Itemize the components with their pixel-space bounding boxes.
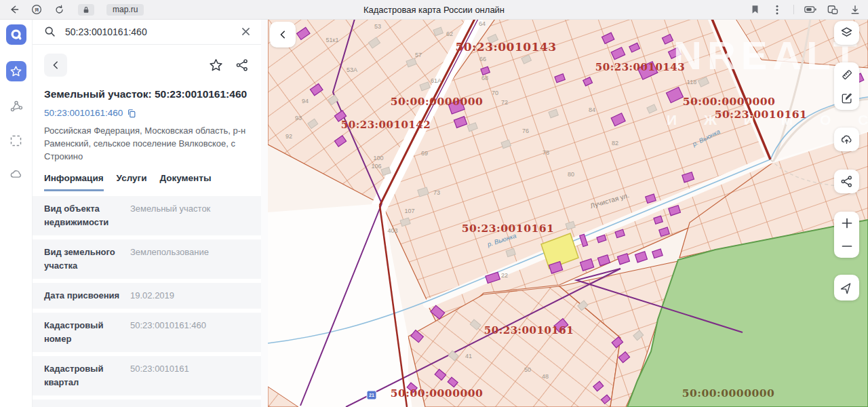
kvartal-label: 50:23:0010143 <box>595 61 685 73</box>
object-address: Российская Федерация, Московская область… <box>44 124 249 163</box>
table-row: Вид объекта недвижимостиЗемельный участо… <box>32 196 261 235</box>
parcel-number: 53А <box>347 66 357 73</box>
clear-search-icon[interactable] <box>241 27 250 36</box>
search-bar <box>32 19 261 45</box>
edit-tools-control <box>834 62 859 110</box>
favorite-object-button[interactable] <box>209 58 223 73</box>
parcel-number: 93 <box>295 115 302 121</box>
parcel-number: 64 <box>479 20 486 27</box>
kvartal-label: 50:23:0010161 <box>484 324 574 336</box>
area-select-icon[interactable] <box>7 132 25 149</box>
address-bar[interactable]: map.ru <box>106 4 144 16</box>
parcel-number: 100 <box>373 155 383 161</box>
kvartal-label: 50:23:0010161 <box>462 222 555 235</box>
parcel-number: 76 <box>522 128 529 134</box>
search-icon <box>44 26 56 37</box>
parcel-number: 118 <box>687 79 696 85</box>
table-row: Кадастровый номер50:23:0010161:460 <box>32 313 261 352</box>
my-location-button[interactable] <box>834 275 859 301</box>
menu-kebab-icon[interactable] <box>771 3 783 16</box>
copy-icon[interactable] <box>127 109 136 118</box>
share-control <box>834 170 859 193</box>
cloud-icon[interactable] <box>7 166 25 183</box>
parcel-number: 82 <box>612 140 618 147</box>
refresh-icon[interactable] <box>53 3 65 16</box>
map-area: NREALT И Ж И М О С 5351к153А5761А6264666… <box>268 19 868 407</box>
parcel-number: 94 <box>302 98 309 104</box>
svg-text:Я: Я <box>35 7 39 13</box>
cadastral-map[interactable]: NREALT И Ж И М О С 5351к153А5761А6264666… <box>268 19 868 407</box>
object-toolbar <box>44 54 249 77</box>
tab-documents[interactable]: Документы <box>160 173 212 191</box>
parcel-number: 51к1 <box>326 37 339 43</box>
svg-text:21: 21 <box>369 393 374 398</box>
object-info-panel: Земельный участок: 50:23:0010161:460 50:… <box>32 19 261 407</box>
parcel-number: 106 <box>371 163 381 170</box>
layers-button[interactable] <box>834 21 859 45</box>
cadastral-number-link[interactable]: 50:23:0010161:460 <box>44 108 249 118</box>
edit-button[interactable] <box>834 86 859 110</box>
polygon-measure-icon[interactable] <box>7 98 25 115</box>
kvartal-label: 50:23:0010142 <box>341 119 431 131</box>
parcel-number: 72 <box>501 99 508 106</box>
parcel-number: 66 <box>479 56 486 62</box>
table-row: Кадастровый квартал50:23:0010161 <box>32 356 261 395</box>
measure-button[interactable] <box>834 62 859 86</box>
info-rows: Вид объекта недвижимостиЗемельный участо… <box>32 196 261 407</box>
object-title: Земельный участок: 50:23:0010161:460 <box>44 88 249 100</box>
favorites-tool-button[interactable] <box>6 61 26 81</box>
yandex-browser-icon[interactable]: Я <box>31 3 43 16</box>
bookmark-icon[interactable] <box>749 3 761 16</box>
share-object-button[interactable] <box>235 58 249 72</box>
zoom-out-button[interactable] <box>834 235 859 258</box>
parcel-number: 41 <box>465 353 472 360</box>
kvartal-label: 50:00:0000000 <box>683 95 776 108</box>
parcel-number: 107 <box>404 208 414 214</box>
cloud-upload-button[interactable] <box>834 128 859 151</box>
layers-control <box>834 21 859 45</box>
parcel-number: 70 <box>492 90 498 96</box>
parcel-number: 92 <box>285 133 292 140</box>
parcel-number: 403 <box>387 227 397 234</box>
upload-control <box>834 128 859 151</box>
kvartal-label: 50:00:0000000 <box>391 387 484 400</box>
table-row: АдресРоссийская Федерация, Московская об… <box>32 400 261 407</box>
open-area <box>268 204 408 407</box>
parcel-number: 57 <box>415 52 422 58</box>
tab-information[interactable]: Информация <box>44 173 104 191</box>
share-map-button[interactable] <box>834 170 859 193</box>
kvartal-label: 50:23:0010161 <box>715 108 808 121</box>
parcel-number: 78 <box>542 149 549 156</box>
app-logo[interactable] <box>6 24 26 45</box>
kvartal-label: 50:23:0010143 <box>455 40 556 54</box>
parcel-number: 69 <box>421 150 428 157</box>
table-row: Вид земельного участкаЗемлепользование <box>32 239 261 279</box>
battery-icon[interactable] <box>804 3 816 16</box>
parcel-number: 48 <box>542 373 549 380</box>
parcel-number: 84 <box>589 106 595 113</box>
collapse-panel-button[interactable] <box>270 22 296 47</box>
download-icon[interactable] <box>849 3 861 16</box>
browser-back-icon[interactable] <box>8 3 20 16</box>
parcel-number: 53 <box>374 23 381 30</box>
ssl-lock-icon[interactable] <box>78 4 94 16</box>
tab-bar: Информация Услуги Документы <box>44 173 249 191</box>
tab-services[interactable]: Услуги <box>117 173 147 191</box>
search-input[interactable] <box>64 26 233 38</box>
road-number-marker: 21 <box>367 391 376 400</box>
panel-back-button[interactable] <box>44 54 67 77</box>
zoom-in-button[interactable] <box>834 212 859 235</box>
parcel-number: 80 <box>568 171 574 178</box>
zoom-control <box>834 212 859 258</box>
panel-map-gutter <box>261 19 268 407</box>
browser-topbar: Я map.ru Кадастровая карта России онлайн <box>0 0 868 20</box>
parcel-number: 62 <box>446 31 453 37</box>
cadastral-number-text[interactable]: 50:23:0010161:460 <box>44 108 123 118</box>
topbar-divider <box>793 5 794 14</box>
parcel-number: 61А <box>431 77 441 84</box>
parcel-number: 22 <box>501 272 508 279</box>
table-row: Дата присвоения19.02.2019 <box>32 283 261 309</box>
parcel-number: 50 <box>524 366 531 373</box>
locate-control <box>834 275 859 301</box>
panel-cards-icon[interactable] <box>827 3 839 16</box>
